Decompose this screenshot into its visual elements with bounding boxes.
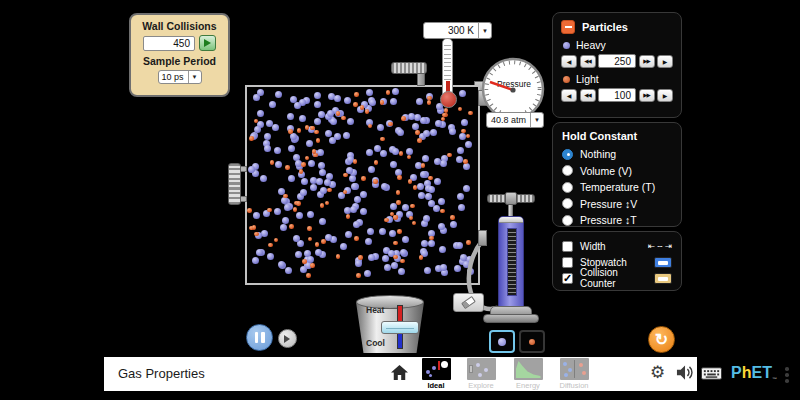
light-particle [301, 162, 306, 167]
light-particle [249, 136, 254, 141]
sound-button[interactable] [676, 364, 695, 384]
light-particle [321, 239, 326, 244]
light-particle [461, 129, 466, 134]
checkbox-label: Width [580, 241, 641, 252]
heat-label: Heat [366, 305, 384, 315]
keyboard-shortcuts-button[interactable] [701, 367, 722, 383]
heater-slider-handle[interactable] [381, 321, 419, 334]
collision-counter-play-button[interactable] [199, 35, 216, 51]
heavy-particle [368, 166, 375, 173]
phet-logo[interactable]: PhET™ [731, 364, 777, 382]
pressure-units-dropdown[interactable]: 40.8 atm ▼ [486, 112, 544, 128]
lid-handle[interactable] [391, 62, 427, 74]
heavy-particle [408, 113, 415, 120]
heavy-particle [288, 175, 295, 182]
navigation-bar: Gas Properties Ideal Explore Energy Diff… [104, 357, 697, 391]
light-particle [409, 216, 414, 221]
reset-icon: ↻ [655, 330, 668, 349]
temperature-dropdown[interactable]: 300 K ▼ [423, 22, 492, 39]
sample-period-dropdown[interactable]: 10 ps ▼ [158, 70, 202, 84]
heavy-particle [334, 133, 341, 140]
home-button[interactable] [390, 365, 408, 383]
light-particle [314, 130, 319, 135]
heavy-particle-toggle[interactable] [489, 330, 515, 353]
container-resize-handle[interactable] [228, 163, 241, 205]
light-increment-button[interactable]: ▶ [657, 89, 673, 102]
light-particle [336, 254, 341, 259]
heavy-particle [360, 191, 367, 198]
radio-option-pressure-v[interactable]: Pressure ↕V [562, 196, 672, 213]
hose-port [478, 230, 487, 246]
light-particle [327, 188, 332, 193]
speaker-icon [676, 364, 695, 381]
light-count-field[interactable]: 100 [598, 88, 636, 102]
heavy-particle [368, 254, 375, 261]
radio-option-nothing[interactable]: Nothing [562, 146, 672, 163]
radio-option-volume[interactable]: Volume (V) [562, 163, 672, 180]
light-particle [396, 190, 401, 195]
light-decrement-fast-button[interactable]: ◀◀ [580, 89, 596, 102]
pause-icon [255, 332, 259, 343]
phet-menu-button[interactable] [783, 365, 791, 385]
tab-energy[interactable]: Energy [508, 358, 548, 390]
light-increment-fast-button[interactable]: ▶▶ [639, 89, 655, 102]
heavy-increment-button[interactable]: ▶ [657, 55, 673, 68]
light-particle [293, 207, 298, 212]
collapse-particles-button[interactable] [561, 20, 575, 34]
erase-particles-button[interactable] [453, 293, 484, 312]
heavy-increment-fast-button[interactable]: ▶▶ [639, 55, 655, 68]
checkbox-width[interactable]: ✓ Width ⇤ ╌ ⇥ [562, 238, 672, 254]
heavy-particle [257, 110, 264, 117]
tab-explore[interactable]: Explore [461, 358, 501, 390]
light-particle [393, 215, 398, 220]
checkbox-icon: ✓ [562, 257, 573, 268]
heavy-particle [257, 89, 264, 96]
radio-option-pressure-t[interactable]: Pressure ↕T [562, 212, 672, 229]
heavy-particle [351, 183, 358, 190]
heavy-count-field[interactable]: 250 [598, 54, 636, 68]
lid-post [417, 72, 425, 86]
preferences-button[interactable]: ⚙ [650, 362, 665, 383]
heavy-particle [314, 118, 321, 125]
heavy-particle [343, 132, 350, 139]
tab-ideal[interactable]: Ideal [416, 358, 456, 390]
light-particle [358, 255, 363, 260]
heavy-particle [377, 124, 384, 131]
light-particle [283, 194, 288, 199]
light-particle [393, 241, 398, 246]
radio-option-temperature[interactable]: Temperature (T) [562, 179, 672, 196]
light-particle [393, 255, 398, 260]
checkbox-collision-counter[interactable]: ✓ Collision Counter [562, 270, 672, 286]
pump-cap [499, 217, 523, 223]
light-particle [354, 92, 359, 97]
light-particle [396, 200, 401, 205]
heavy-decrement-fast-button[interactable]: ◀◀ [580, 55, 596, 68]
explore-tab-icon [467, 358, 496, 380]
heavy-particle [406, 148, 413, 155]
heavy-particle [458, 204, 465, 211]
heavy-particle [365, 238, 372, 245]
step-forward-button[interactable] [278, 329, 297, 348]
heavy-particle [280, 224, 287, 231]
heavy-particle [465, 141, 472, 148]
light-particle [305, 125, 310, 130]
light-particle [288, 129, 293, 134]
heavy-particle [418, 192, 425, 199]
light-particle [384, 218, 389, 223]
eraser-icon [461, 296, 476, 309]
sim-title: Gas Properties [118, 366, 205, 381]
heavy-bullet-icon [563, 42, 570, 49]
pause-button[interactable] [246, 324, 273, 351]
heavy-particle [275, 161, 282, 168]
heavy-decrement-button[interactable]: ◀ [561, 55, 577, 68]
light-decrement-button[interactable]: ◀ [561, 89, 577, 102]
light-particle-toggle[interactable] [519, 330, 545, 353]
light-particle [415, 130, 420, 135]
light-particle [267, 208, 272, 213]
reset-all-button[interactable]: ↻ [648, 326, 675, 353]
tab-diffusion[interactable]: Diffusion [554, 358, 594, 390]
radio-label: Volume (V) [580, 165, 632, 177]
heavy-particle [366, 89, 373, 96]
heavy-particle [264, 133, 271, 140]
heavy-particle [318, 162, 325, 169]
